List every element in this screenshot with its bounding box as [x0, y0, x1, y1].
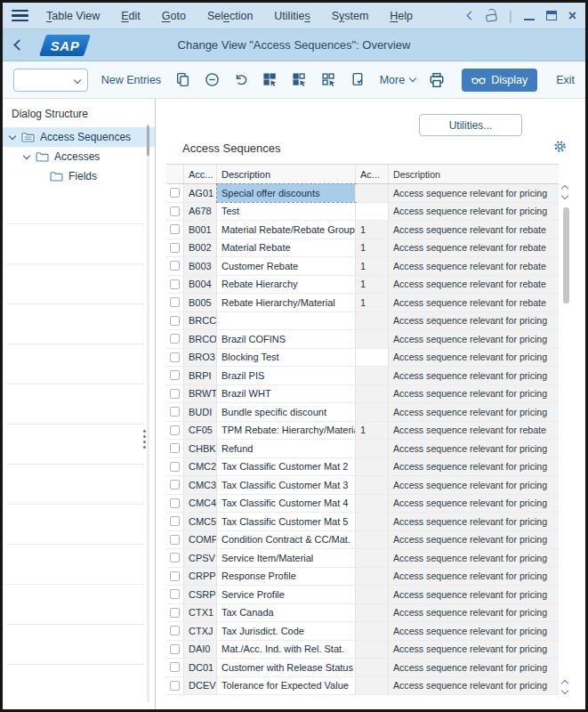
description-cell[interactable]	[217, 312, 356, 330]
row-checkbox[interactable]	[170, 389, 180, 399]
row-checkbox[interactable]	[170, 516, 180, 526]
access-sequence-code-cell[interactable]: B005	[184, 294, 217, 312]
row-checkbox[interactable]	[170, 334, 180, 344]
description-cell[interactable]: Condition Contract & CC/Mat.	[217, 531, 356, 549]
select-block-icon[interactable]	[292, 72, 308, 88]
row-checkbox[interactable]	[170, 425, 180, 435]
menu-help[interactable]: Help	[390, 10, 413, 22]
description-cell[interactable]: Tolerance for Expected Value	[217, 677, 356, 695]
column-header-Description[interactable]: Description	[389, 165, 559, 183]
menu-goto[interactable]: Goto	[162, 10, 186, 22]
description-cell[interactable]: Tax Classific Customer Mat 3	[217, 476, 356, 494]
row-checkbox[interactable]	[170, 644, 180, 654]
row-checkbox[interactable]	[170, 462, 180, 472]
description-cell[interactable]: Tax Canada	[217, 604, 356, 622]
description-cell[interactable]: Material Rebate	[217, 239, 356, 257]
access-category-cell[interactable]	[356, 495, 389, 513]
tree-item-fields[interactable]: Fields	[3, 166, 155, 186]
access-category-cell[interactable]	[356, 349, 389, 367]
row-checkbox[interactable]	[170, 443, 180, 453]
access-sequence-code-cell[interactable]: BRO3	[184, 349, 217, 367]
deselect-all-icon[interactable]	[321, 72, 337, 88]
description-cell[interactable]: Brazil WHT	[217, 385, 356, 403]
description-cell[interactable]: Material Rebate/Rebate Group	[217, 221, 356, 239]
row-checkbox[interactable]	[170, 626, 180, 635]
description-cell[interactable]: Bundle specific discount	[217, 403, 356, 421]
remove-row-icon[interactable]	[204, 72, 220, 88]
access-sequence-code-cell[interactable]: COMP	[184, 531, 217, 549]
access-sequence-code-cell[interactable]: B003	[184, 257, 217, 275]
utilities-button[interactable]: Utilities...	[419, 114, 522, 136]
access-sequence-code-cell[interactable]: CSRP	[184, 586, 217, 603]
close-button[interactable]: ×	[568, 9, 576, 23]
description-cell[interactable]: Customer Rebate	[217, 257, 356, 275]
description-cell[interactable]: Response Profile	[217, 568, 356, 586]
row-checkbox[interactable]	[170, 370, 180, 380]
access-category-cell[interactable]	[356, 184, 389, 202]
access-category-cell[interactable]	[356, 677, 389, 695]
access-sequence-code-cell[interactable]: CMC3	[184, 476, 217, 494]
row-checkbox[interactable]	[170, 480, 180, 490]
row-checkbox[interactable]	[170, 297, 180, 307]
access-category-cell[interactable]	[356, 586, 389, 603]
row-checkbox[interactable]	[170, 498, 180, 508]
chevron-down-icon[interactable]	[9, 132, 16, 139]
access-category-cell[interactable]	[356, 440, 389, 457]
access-sequence-code-cell[interactable]: B002	[184, 239, 217, 257]
more-menu-button[interactable]: More	[380, 74, 415, 86]
description-cell[interactable]: Rebate Hierarchy	[217, 276, 356, 294]
access-category-cell[interactable]	[356, 476, 389, 494]
access-category-cell[interactable]	[356, 604, 389, 622]
access-category-cell[interactable]	[356, 385, 389, 403]
row-checkbox[interactable]	[170, 553, 180, 562]
description-cell[interactable]: Blocking Test	[217, 349, 356, 367]
row-checkbox[interactable]	[170, 243, 180, 253]
access-category-cell[interactable]	[356, 622, 389, 640]
row-checkbox[interactable]	[170, 188, 180, 198]
access-sequence-code-cell[interactable]: CRPP	[184, 568, 217, 586]
menu-system[interactable]: System	[332, 10, 369, 22]
description-cell[interactable]: Customer with Release Status	[217, 659, 356, 676]
maximize-button[interactable]	[546, 11, 557, 20]
access-sequence-code-cell[interactable]: BRCO	[184, 330, 217, 348]
menu-utilities[interactable]: Utilities	[274, 10, 310, 22]
splitter-grip[interactable]	[143, 430, 146, 449]
menu-edit[interactable]: Edit	[121, 10, 141, 22]
description-cell[interactable]: Refund	[217, 440, 356, 457]
access-category-cell[interactable]	[356, 203, 389, 221]
description-cell[interactable]: Tax Jurisdict. Code	[217, 622, 356, 640]
description-cell[interactable]: Special offer discounts	[217, 184, 356, 202]
collapse-chevron-icon[interactable]	[467, 12, 476, 20]
row-checkbox[interactable]	[170, 352, 180, 362]
menu-selection[interactable]: Selection	[207, 10, 253, 22]
sidebar-scrollbar-track[interactable]	[147, 124, 149, 702]
access-category-cell[interactable]	[356, 641, 389, 659]
row-checkbox[interactable]	[170, 279, 180, 289]
column-header-Ac...[interactable]: Ac...	[356, 165, 389, 183]
access-sequence-code-cell[interactable]: CHBK	[184, 440, 217, 457]
description-cell[interactable]: Brazil COFINS	[217, 330, 356, 348]
access-sequence-code-cell[interactable]: DAI0	[184, 641, 217, 659]
access-sequence-code-cell[interactable]: BUDI	[184, 403, 217, 421]
copy-icon[interactable]	[174, 72, 190, 88]
scroll-down-icon[interactable]	[561, 192, 568, 199]
access-category-cell[interactable]: 1	[356, 276, 389, 294]
row-checkbox[interactable]	[170, 535, 180, 545]
description-cell[interactable]: Tax Classific Customer Mat 4	[217, 495, 356, 513]
access-category-cell[interactable]	[356, 403, 389, 421]
column-header-Acc...[interactable]: Acc...	[184, 165, 217, 183]
row-checkbox[interactable]	[170, 261, 180, 271]
access-sequence-code-cell[interactable]: A678	[184, 203, 217, 221]
description-cell[interactable]: Brazil PIS	[217, 367, 356, 384]
sidebar-scrollbar-thumb[interactable]	[147, 125, 149, 156]
access-sequence-code-cell[interactable]: CPSV	[184, 549, 217, 567]
unlock-icon[interactable]	[485, 8, 498, 22]
description-cell[interactable]: Service Item/Material	[217, 549, 356, 567]
new-entries-button[interactable]: New Entries	[101, 74, 161, 86]
undo-icon[interactable]	[233, 72, 249, 88]
table-scrollbar[interactable]	[560, 184, 573, 695]
access-sequence-code-cell[interactable]: CMC5	[184, 513, 217, 530]
hamburger-menu-icon[interactable]	[12, 10, 28, 22]
row-checkbox[interactable]	[170, 681, 180, 691]
command-combobox[interactable]	[13, 69, 88, 92]
